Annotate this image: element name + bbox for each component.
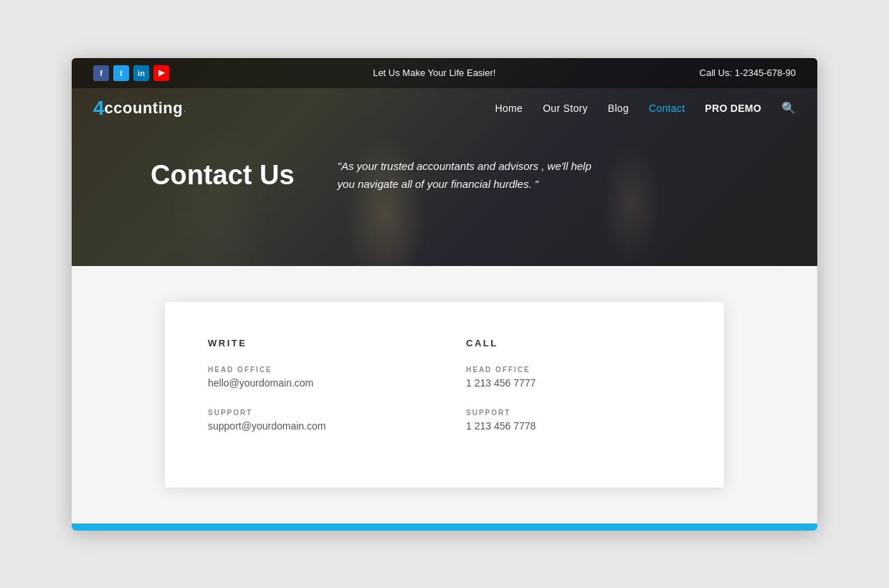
nav-links: Home Our Story Blog Contact PRO DEMO 🔍 [495,101,796,115]
content-section: WRITE HEAD OFFICE hello@yourdomain.com S… [72,266,817,523]
call-support-label: SUPPORT [466,409,681,417]
logo-text: ccounting [105,99,184,118]
call-head-label: HEAD OFFICE [466,366,681,374]
write-head-label: HEAD OFFICE [208,366,423,374]
contact-card: WRITE HEAD OFFICE hello@yourdomain.com S… [165,302,724,488]
navigation: 4 ccounting . Home Our Story Blog Contac… [72,88,817,128]
top-bar: f t in ▶ Let Us Make Your Life Easier! C… [72,58,817,88]
write-section: WRITE HEAD OFFICE hello@yourdomain.com S… [208,338,423,452]
nav-pro-demo[interactable]: PRO DEMO [705,103,761,114]
hero-section: f t in ▶ Let Us Make Your Life Easier! C… [72,58,817,266]
twitter-icon[interactable]: t [113,65,129,81]
tagline: Let Us Make Your Life Easier! [373,67,495,78]
write-support: SUPPORT support@yourdomain.com [208,409,423,432]
call-section: CALL HEAD OFFICE 1 213 456 7777 SUPPORT … [466,338,681,452]
search-icon[interactable]: 🔍 [781,101,796,115]
hero-content: Contact Us "As your trusted accountants … [72,128,817,237]
write-support-label: SUPPORT [208,409,423,417]
nav-contact[interactable]: Contact [649,103,685,114]
nav-our-story[interactable]: Our Story [543,103,588,114]
call-title: CALL [466,338,681,348]
facebook-icon[interactable]: f [93,65,109,81]
write-title: WRITE [208,338,423,348]
logo[interactable]: 4 ccounting . [93,98,186,118]
nav-home[interactable]: Home [495,103,523,114]
write-support-value: support@yourdomain.com [208,420,423,432]
call-head-value: 1 213 456 7777 [466,377,681,389]
footer-bar [72,523,817,531]
call-support: SUPPORT 1 213 456 7778 [466,409,681,432]
logo-number: 4 [93,98,105,118]
linkedin-icon[interactable]: in [133,65,149,81]
write-head-value: hello@yourdomain.com [208,377,423,389]
youtube-icon[interactable]: ▶ [153,65,169,81]
browser-window: f t in ▶ Let Us Make Your Life Easier! C… [72,58,817,531]
call-support-value: 1 213 456 7778 [466,420,681,432]
social-icons-group: f t in ▶ [93,65,169,81]
call-us: Call Us: 1-2345-678-90 [700,67,796,78]
hero-quote: "As your trusted accountants and advisor… [338,157,610,194]
call-head-office: HEAD OFFICE 1 213 456 7777 [466,366,681,389]
hero-title: Contact Us [151,160,295,191]
nav-blog[interactable]: Blog [608,103,629,114]
write-head-office: HEAD OFFICE hello@yourdomain.com [208,366,423,389]
logo-dot: . [183,102,186,115]
